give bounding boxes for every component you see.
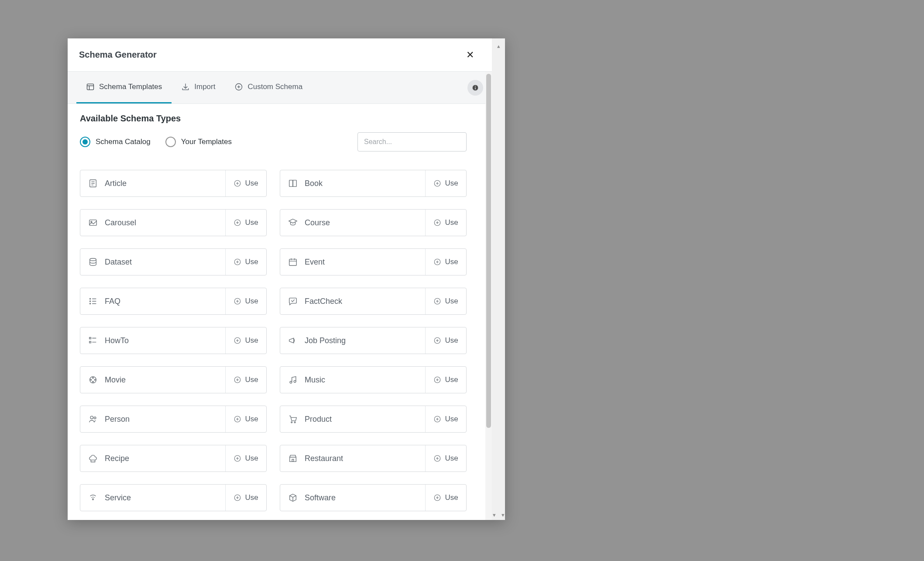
use-label: Use xyxy=(245,218,258,227)
use-button[interactable]: Use xyxy=(225,170,266,196)
use-label: Use xyxy=(245,297,258,306)
use-button[interactable]: Use xyxy=(225,249,266,275)
schema-card-software[interactable]: SoftwareUse xyxy=(280,484,467,511)
radio-schema-catalog-label: Schema Catalog xyxy=(96,138,151,146)
schema-card-movie[interactable]: MovieUse xyxy=(80,366,267,393)
schema-card-main: Product xyxy=(280,406,425,432)
use-button[interactable]: Use xyxy=(425,210,466,236)
use-label: Use xyxy=(445,493,458,502)
use-label: Use xyxy=(445,258,458,266)
package-icon xyxy=(288,493,298,502)
graduation-icon xyxy=(288,218,298,227)
schema-label: Person xyxy=(105,415,130,424)
use-button[interactable]: Use xyxy=(425,445,466,472)
schema-card-recipe[interactable]: RecipeUse xyxy=(80,445,267,472)
list-icon xyxy=(88,296,98,306)
schema-label: Restaurant xyxy=(305,454,343,463)
radio-your-templates[interactable]: Your Templates xyxy=(165,137,232,147)
schema-card-article[interactable]: ArticleUse xyxy=(80,170,267,197)
schema-card-music[interactable]: MusicUse xyxy=(280,366,467,393)
schema-card-main: Restaurant xyxy=(280,445,425,472)
use-label: Use xyxy=(245,375,258,384)
use-label: Use xyxy=(445,218,458,227)
tab-custom-schema[interactable]: Custom Schema xyxy=(225,72,312,103)
use-button[interactable]: Use xyxy=(425,367,466,393)
plus-circle-icon xyxy=(234,415,241,423)
calendar-icon xyxy=(288,257,298,267)
schema-card-main: Recipe xyxy=(80,445,225,472)
schema-card-event[interactable]: EventUse xyxy=(280,248,467,275)
plus-circle-icon xyxy=(433,179,441,187)
use-label: Use xyxy=(445,454,458,463)
schema-label: Book xyxy=(305,179,323,188)
users-icon xyxy=(88,414,98,424)
plus-circle-icon xyxy=(234,83,243,91)
schema-card-faq[interactable]: FAQUse xyxy=(80,288,267,315)
use-button[interactable]: Use xyxy=(425,249,466,275)
schema-card-product[interactable]: ProductUse xyxy=(280,406,467,433)
use-label: Use xyxy=(245,258,258,266)
use-button[interactable]: Use xyxy=(225,367,266,393)
use-button[interactable]: Use xyxy=(225,288,266,314)
schema-label: Job Posting xyxy=(305,336,346,345)
use-button[interactable]: Use xyxy=(425,327,466,354)
shop-icon xyxy=(288,454,298,463)
use-button[interactable]: Use xyxy=(425,485,466,511)
schema-card-factcheck[interactable]: FactCheckUse xyxy=(280,288,467,315)
tab-import[interactable]: Import xyxy=(172,72,225,103)
use-button[interactable]: Use xyxy=(425,288,466,314)
use-label: Use xyxy=(445,179,458,188)
plus-circle-icon xyxy=(433,219,441,227)
use-button[interactable]: Use xyxy=(225,210,266,236)
gallery-icon xyxy=(88,218,98,227)
schema-card-book[interactable]: BookUse xyxy=(280,170,467,197)
schema-card-main: Carousel xyxy=(80,210,225,236)
plus-circle-icon xyxy=(234,179,241,187)
schema-card-restaurant[interactable]: RestaurantUse xyxy=(280,445,467,472)
schema-card-main: Course xyxy=(280,210,425,236)
scrollbar-thumb[interactable] xyxy=(486,74,491,428)
close-button[interactable]: ✕ xyxy=(463,48,477,62)
book-icon xyxy=(288,179,298,188)
tab-schema-templates[interactable]: Schema Templates xyxy=(76,72,172,103)
scroll-down-arrow-2[interactable]: ▾ xyxy=(501,512,505,517)
plus-circle-icon xyxy=(433,337,441,344)
inner-scrollbar[interactable] xyxy=(485,72,492,520)
scroll-down-arrow[interactable]: ▾ xyxy=(492,512,496,517)
schema-card-jobposting[interactable]: Job PostingUse xyxy=(280,327,467,354)
schema-card-main: FAQ xyxy=(80,288,225,314)
search-input[interactable] xyxy=(357,132,467,151)
film-icon xyxy=(88,375,98,385)
schema-card-howto[interactable]: HowToUse xyxy=(80,327,267,354)
schema-card-carousel[interactable]: CarouselUse xyxy=(80,209,267,236)
schema-grid: ArticleUseBookUseCarouselUseCourseUseDat… xyxy=(80,170,467,511)
info-icon xyxy=(471,84,479,92)
use-button[interactable]: Use xyxy=(425,406,466,432)
schema-label: Software xyxy=(305,493,336,502)
scroll-up-arrow[interactable]: ▴ xyxy=(492,40,505,52)
radio-schema-catalog[interactable]: Schema Catalog xyxy=(80,137,151,147)
plus-circle-icon xyxy=(234,376,241,384)
section-heading: Available Schema Types xyxy=(80,114,467,124)
use-label: Use xyxy=(445,375,458,384)
use-label: Use xyxy=(445,297,458,306)
schema-label: Movie xyxy=(105,375,126,385)
schema-card-main: Job Posting xyxy=(280,327,425,354)
content-panel: Available Schema Types Schema Catalog Yo… xyxy=(68,104,479,520)
use-label: Use xyxy=(245,336,258,345)
schema-card-course[interactable]: CourseUse xyxy=(280,209,467,236)
schema-card-main: Service xyxy=(80,485,225,511)
use-button[interactable]: Use xyxy=(425,170,466,196)
use-button[interactable]: Use xyxy=(225,445,266,472)
schema-card-service[interactable]: ServiceUse xyxy=(80,484,267,511)
plus-circle-icon xyxy=(433,454,441,462)
schema-card-person[interactable]: PersonUse xyxy=(80,406,267,433)
schema-label: FactCheck xyxy=(305,297,342,306)
info-button[interactable] xyxy=(467,80,483,96)
use-button[interactable]: Use xyxy=(225,406,266,432)
use-button[interactable]: Use xyxy=(225,485,266,511)
schema-card-dataset[interactable]: DatasetUse xyxy=(80,248,267,275)
schema-label: FAQ xyxy=(105,297,120,306)
use-button[interactable]: Use xyxy=(225,327,266,354)
plus-circle-icon xyxy=(234,219,241,227)
